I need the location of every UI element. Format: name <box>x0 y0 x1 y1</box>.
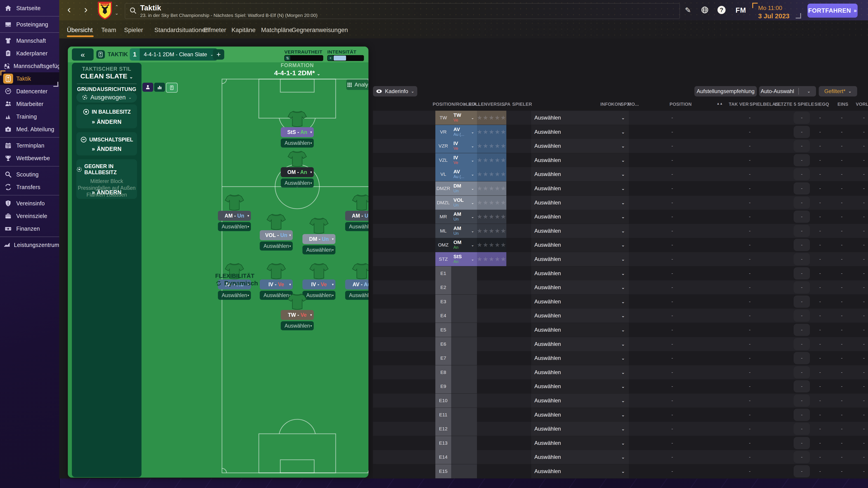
tactic-selector[interactable]: 1 4-4-1-1 2DM - Clean Slate⌄ <box>130 48 217 61</box>
chevron-down-icon[interactable]: ⌄ <box>848 89 851 94</box>
player-select-arrow-icon[interactable]: ⌄ <box>621 158 625 163</box>
select-player-sts[interactable]: Auswählen▾ <box>281 138 314 148</box>
column-header-eins[interactable]: EINS <box>837 102 848 107</box>
tactic-view-button[interactable] <box>166 83 178 93</box>
player-select-arrow-icon[interactable]: ⌄ <box>621 214 625 219</box>
column-header-siegq[interactable]: SIEGQ <box>814 102 829 107</box>
squad-view-dropdown[interactable]: Kaderinfo ⌄ <box>373 86 417 96</box>
player-select-arrow-icon[interactable]: ⌄ <box>621 384 625 389</box>
chevron-down-icon[interactable]: ⌄ <box>802 89 816 94</box>
column-header-kon[interactable]: KON <box>611 102 621 107</box>
sidebar-item-scouting[interactable]: Scouting <box>0 168 59 181</box>
position-role-am-l[interactable]: AM - Un▾ <box>218 211 251 221</box>
column-header-letzte-5-spiele[interactable]: LETZTE 5 SPIELE <box>775 102 814 107</box>
tab-kapit-ne[interactable]: Kapitäne <box>231 27 256 34</box>
player-select-arrow-icon[interactable]: ⌄ <box>621 171 625 177</box>
player-select-arrow-icon[interactable]: ⌄ <box>621 412 625 418</box>
filter-dropdown[interactable]: Gefiltert* ⌄ <box>819 86 857 96</box>
auto-pick-button[interactable]: Auto-Auswahl ⌄ <box>759 86 816 96</box>
sidebar-item-med-abteilung[interactable]: Med. Abteilung <box>0 123 59 135</box>
player-select-arrow-icon[interactable]: ⌄ <box>621 228 625 234</box>
change-button[interactable]: » ÄNDERN <box>76 189 137 196</box>
select-player-am-r[interactable]: Auswählen▾ <box>345 222 368 231</box>
tab-elfmeter[interactable]: Elfmeter <box>204 27 226 34</box>
player-select-arrow-icon[interactable]: ⌄ <box>621 327 625 332</box>
search-icon[interactable] <box>129 7 137 15</box>
player-select-arrow-icon[interactable]: ⌄ <box>621 256 625 262</box>
mentality-dropdown[interactable]: Ausgewogen ⌄ <box>76 92 137 103</box>
column-header-spieler[interactable]: SPIELER <box>512 102 532 107</box>
column-header-rollenversi[interactable]: ROLLENVERSI... <box>468 102 505 107</box>
position-role-om[interactable]: OM - An▾ <box>281 167 314 177</box>
role-dropdown-arrow-icon[interactable]: ⌄ <box>471 186 474 191</box>
player-select-arrow-icon[interactable]: ⌄ <box>621 468 625 474</box>
role-dropdown-arrow-icon[interactable]: ⌄ <box>471 158 474 162</box>
column-header-position[interactable]: POSITION <box>670 102 692 107</box>
tab-spieler[interactable]: Spieler <box>124 27 143 34</box>
position-role-am-r[interactable]: AM - Un▾ <box>345 211 368 221</box>
player-select-arrow-icon[interactable]: ⌄ <box>621 200 625 205</box>
select-player-om[interactable]: Auswählen▾ <box>281 178 314 188</box>
sidebar-item-posteingang[interactable]: Posteingang <box>0 18 59 31</box>
collapse-panel-button[interactable]: « <box>72 48 94 61</box>
role-dropdown-arrow-icon[interactable]: ⌄ <box>471 229 474 233</box>
tab-team[interactable]: Team <box>101 27 116 34</box>
sidebar-item-mannschaftsgef-ge[interactable]: Mannschaftsgefüge <box>0 60 59 72</box>
sidebar-item-vereinsinfo[interactable]: Vereinsinfo <box>0 197 59 210</box>
select-player-av-l[interactable]: Auswählen▾ <box>218 291 251 300</box>
fm-logo[interactable]: FM <box>736 6 746 14</box>
style-dropdown[interactable]: CLEAN SLATE ⌄ <box>72 72 142 80</box>
position-role-dm[interactable]: DM - Un▾ <box>303 234 336 244</box>
sidebar-item-taktik[interactable]: Taktik <box>0 72 59 85</box>
formation-dropdown[interactable]: 4-4-1-1 2DM* ⌄ <box>221 69 368 77</box>
continue-button[interactable]: FORTFAHREN » <box>807 4 858 18</box>
player-select-arrow-icon[interactable]: ⌄ <box>621 186 625 191</box>
crest-down-chevron[interactable]: ⌄ <box>115 10 119 16</box>
select-player-av-r[interactable]: Auswählen▾ <box>345 291 368 300</box>
stats-view-button[interactable] <box>154 83 165 92</box>
player-select-arrow-icon[interactable]: ⌄ <box>621 313 625 318</box>
change-button[interactable]: » ÄNDERN <box>76 146 137 152</box>
role-dropdown-arrow-icon[interactable]: ⌄ <box>471 257 474 261</box>
position-role-iv-r[interactable]: IV - Ve▾ <box>303 280 336 289</box>
player-view-button[interactable] <box>143 83 153 92</box>
player-select-arrow-icon[interactable]: ⌄ <box>621 454 625 460</box>
role-dropdown-arrow-icon[interactable]: ⌄ <box>471 144 474 148</box>
player-select-arrow-icon[interactable]: ⌄ <box>621 271 625 276</box>
player-select-arrow-icon[interactable]: ⌄ <box>621 285 625 290</box>
style-card-umschaltspiel[interactable]: UMSCHALTSPIEL» ÄNDERN <box>76 132 137 156</box>
player-select-arrow-icon[interactable]: ⌄ <box>621 341 625 347</box>
club-crest[interactable]: WATFORD <box>97 1 113 20</box>
column-header-vorl-90[interactable]: VORL/90 <box>856 102 868 107</box>
select-player-vol[interactable]: Auswählen▾ <box>260 241 293 251</box>
sidebar-item-vereinsziele[interactable]: Vereinsziele <box>0 210 59 222</box>
tab-matchpl-ne[interactable]: Matchpläne <box>261 27 293 34</box>
tab-standardsituationen[interactable]: Standardsituationen <box>154 27 209 34</box>
sidebar-item-kaderplaner[interactable]: Kaderplaner <box>0 47 59 60</box>
player-select-arrow-icon[interactable]: ⌄ <box>621 115 625 121</box>
player-select-arrow-icon[interactable]: ⌄ <box>621 426 625 431</box>
sidebar-item-terminplan[interactable]: Terminplan <box>0 139 59 152</box>
role-dropdown-arrow-icon[interactable]: ⌄ <box>471 116 474 120</box>
player-select-arrow-icon[interactable]: ⌄ <box>621 440 625 446</box>
player-select-arrow-icon[interactable]: ⌄ <box>621 129 625 135</box>
position-role-sts[interactable]: StS - An▾ <box>281 127 314 137</box>
sidebar-item-startseite[interactable]: Startseite <box>0 2 59 14</box>
sidebar-item-leistungszentrum[interactable]: Leistungszentrum <box>0 238 59 251</box>
lineup-recommendation-button[interactable]: Aufstellungsempfehlung <box>694 86 757 96</box>
tab-bersicht[interactable]: Übersicht <box>67 27 93 34</box>
add-tactic-button[interactable]: + <box>213 49 224 60</box>
clock[interactable]: Mo 11:00 3 Jul 2023 <box>758 4 789 20</box>
player-select-arrow-icon[interactable]: ⌄ <box>621 369 625 375</box>
world-icon[interactable] <box>701 6 709 15</box>
sidebar-item-training[interactable]: Training <box>0 110 59 123</box>
role-dropdown-arrow-icon[interactable]: ⌄ <box>471 172 474 176</box>
role-dropdown-arrow-icon[interactable]: ⌄ <box>471 201 474 205</box>
column-header-tak-ver[interactable]: TAK VER <box>729 102 749 107</box>
help-icon[interactable]: ? <box>717 6 725 14</box>
player-select-arrow-icon[interactable]: ⌄ <box>621 299 625 304</box>
forward-button[interactable]: › <box>84 4 88 14</box>
sidebar-item-datencenter[interactable]: Datencenter <box>0 85 59 98</box>
column-header-info[interactable]: INFO <box>600 102 612 107</box>
style-card-in-ballbesitz[interactable]: IN BALLBESITZ» ÄNDERN <box>76 104 137 128</box>
